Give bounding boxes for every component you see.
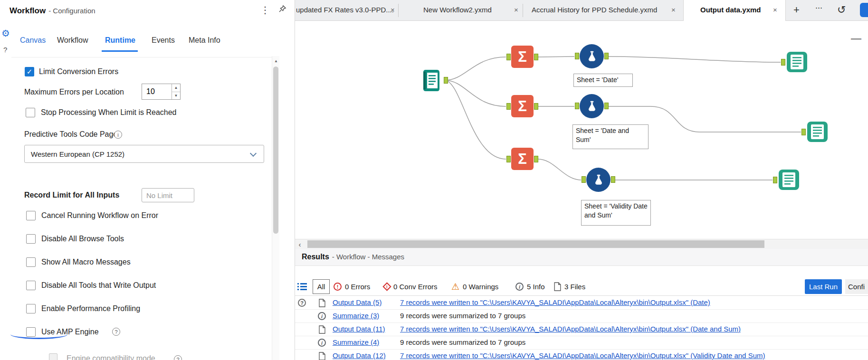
input-data-tool[interactable] bbox=[420, 68, 443, 93]
config-tab-events[interactable]: Events bbox=[152, 36, 175, 45]
disable-write-output-checkbox[interactable] bbox=[26, 281, 36, 290]
annotation-sheet-validity[interactable]: Sheet = 'Validity Date and Sum' bbox=[581, 200, 651, 226]
tool-link[interactable]: Output Data (11) bbox=[333, 325, 385, 333]
output-anchor[interactable] bbox=[604, 53, 609, 59]
config-tab-workflow[interactable]: Workflow bbox=[57, 36, 88, 45]
output-tool-2[interactable] bbox=[806, 121, 829, 143]
filter-all-button[interactable]: All bbox=[313, 279, 330, 294]
config-tab-canvas[interactable]: Canvas bbox=[20, 36, 46, 45]
performance-profiling-checkbox[interactable] bbox=[26, 304, 36, 313]
result-row[interactable]: ? Output Data (5) 7 records were written… bbox=[295, 296, 868, 310]
tool-link[interactable]: Output Data (12) bbox=[333, 351, 386, 360]
summarize-tool-2[interactable]: Σ bbox=[511, 95, 534, 117]
filter-files-button[interactable]: 3 Files bbox=[554, 279, 585, 294]
scroll-left-icon[interactable]: ‹ bbox=[295, 239, 305, 249]
result-row[interactable]: Output Data (11) 7 records were written … bbox=[295, 323, 868, 336]
limit-conversion-errors-checkbox[interactable]: ✓ bbox=[25, 67, 34, 76]
more-tabs-icon[interactable]: ... bbox=[815, 1, 822, 11]
canvas-collapse-icon[interactable]: — bbox=[851, 32, 861, 45]
doc-tab-1-label[interactable]: updated FX Rates v3.0-PPD.... bbox=[296, 6, 394, 14]
input-anchor[interactable] bbox=[801, 129, 806, 135]
kebab-menu-icon[interactable]: ⋮ bbox=[260, 4, 270, 16]
spinner-up-icon[interactable]: ▲ bbox=[172, 84, 180, 92]
pin-icon[interactable] bbox=[278, 5, 286, 16]
message-link[interactable]: 7 records were written to "C:\Users\KAVY… bbox=[400, 351, 765, 360]
history-icon[interactable]: ↺ bbox=[837, 4, 846, 16]
input-anchor[interactable] bbox=[506, 156, 511, 162]
annotation-sheet-date-sum[interactable]: Sheet = 'Date and Sum' bbox=[572, 124, 649, 149]
doc-tab-1-close-icon[interactable]: × bbox=[391, 6, 395, 14]
doc-tab-2-close-icon[interactable]: × bbox=[514, 6, 518, 14]
show-macro-messages-checkbox[interactable] bbox=[26, 257, 36, 267]
input-anchor[interactable] bbox=[506, 54, 511, 60]
tool-link[interactable]: Summarize (3) bbox=[333, 312, 379, 320]
doc-tab-4-close-icon[interactable]: × bbox=[773, 6, 777, 14]
help-icon[interactable]: ? bbox=[3, 46, 7, 54]
output-tool-3[interactable] bbox=[778, 169, 800, 191]
input-anchor[interactable] bbox=[582, 176, 586, 183]
config-scrollbar[interactable]: ▲ bbox=[272, 56, 279, 360]
gear-icon[interactable]: ⚙ bbox=[1, 28, 10, 39]
spinner-down-icon[interactable]: ▼ bbox=[172, 92, 180, 100]
disable-browse-checkbox[interactable] bbox=[26, 234, 36, 244]
config-scrollbar-thumb[interactable] bbox=[273, 66, 278, 234]
tool-link[interactable]: Output Data (5) bbox=[333, 298, 382, 306]
config-tab-runtime[interactable]: Runtime bbox=[105, 36, 135, 45]
code-page-label: Predictive Tools Code Page bbox=[24, 130, 117, 139]
flask-tool-3[interactable] bbox=[586, 168, 610, 192]
doc-tab-2-label[interactable]: New Workflow2.yxmd bbox=[423, 6, 492, 14]
flask-tool-2[interactable] bbox=[580, 94, 604, 118]
messages-list-icon[interactable] bbox=[297, 279, 307, 294]
config-button[interactable]: Confi bbox=[845, 279, 868, 294]
doc-tab-3-label[interactable]: Accrual History for PPD Schedule.yxmd bbox=[532, 6, 657, 14]
record-limit-input[interactable] bbox=[142, 188, 194, 202]
input-anchor[interactable] bbox=[506, 103, 511, 110]
output-anchor[interactable] bbox=[604, 103, 609, 109]
new-tab-icon[interactable]: + bbox=[793, 4, 800, 16]
question-icon[interactable]: ? bbox=[298, 299, 306, 307]
max-errors-label: Maximum Errors per Location bbox=[24, 88, 124, 96]
input-anchor[interactable] bbox=[575, 103, 579, 109]
result-row[interactable]: Output Data (12) 7 records were written … bbox=[295, 350, 868, 360]
amp-help-icon[interactable]: ? bbox=[112, 328, 120, 336]
output-anchor[interactable] bbox=[534, 103, 538, 110]
result-row[interactable]: i Summarize (4) 9 records were summarize… bbox=[295, 336, 868, 350]
result-row[interactable]: i Summarize (3) 9 records were summarize… bbox=[295, 310, 868, 323]
cancel-on-error-checkbox[interactable] bbox=[26, 211, 36, 220]
app-corner-icon[interactable] bbox=[860, 3, 868, 17]
output-anchor[interactable] bbox=[611, 176, 615, 183]
input-anchor[interactable] bbox=[773, 177, 777, 183]
annotation-sheet-date[interactable]: Sheet = 'Date' bbox=[573, 74, 633, 87]
flask-tool-1[interactable] bbox=[580, 44, 604, 68]
filter-errors-button[interactable]: ! 0 Errors bbox=[334, 279, 370, 294]
summarize-tool-1[interactable]: Σ bbox=[511, 46, 534, 68]
output-anchor[interactable] bbox=[534, 54, 538, 60]
workflow-canvas[interactable]: Σ Σ Σ bbox=[295, 21, 868, 239]
flask-icon bbox=[585, 99, 599, 114]
filter-warnings-button[interactable]: ⚠ 0 Warnings bbox=[451, 279, 498, 294]
output-anchor[interactable] bbox=[444, 77, 448, 84]
h-scrollbar-thumb[interactable] bbox=[307, 240, 764, 248]
results-title: Results- Workflow - Messages bbox=[302, 253, 404, 261]
output-tool-1[interactable] bbox=[786, 51, 808, 73]
message-link[interactable]: 7 records were written to "C:\Users\KAVY… bbox=[400, 325, 741, 333]
filter-conv-errors-button[interactable]: ! 0 Conv Errors bbox=[384, 279, 438, 294]
code-page-info-icon[interactable]: i bbox=[114, 131, 122, 139]
summarize-tool-3[interactable]: Σ bbox=[511, 148, 534, 170]
scroll-up-icon[interactable]: ▲ bbox=[272, 57, 280, 65]
filter-info-button[interactable]: i 5 Info bbox=[515, 279, 545, 294]
input-anchor[interactable] bbox=[781, 59, 785, 66]
tool-link[interactable]: Summarize (4) bbox=[333, 338, 379, 346]
canvas-h-scrollbar[interactable]: ‹ bbox=[295, 239, 868, 249]
output-anchor[interactable] bbox=[534, 156, 538, 162]
config-tab-meta-info[interactable]: Meta Info bbox=[189, 36, 220, 45]
stop-processing-checkbox[interactable] bbox=[26, 108, 35, 117]
last-run-button[interactable]: Last Run bbox=[805, 279, 842, 294]
doc-tab-3-close-icon[interactable]: × bbox=[671, 6, 676, 14]
doc-tab-4-label[interactable]: Output data.yxmd bbox=[700, 6, 761, 14]
engine-compat-help-icon[interactable]: ? bbox=[174, 355, 182, 360]
input-anchor[interactable] bbox=[575, 53, 579, 59]
code-page-dropdown[interactable]: Western European (CP 1252) bbox=[24, 145, 264, 163]
message-link[interactable]: 7 records were written to "C:\Users\KAVY… bbox=[400, 298, 710, 306]
max-errors-input[interactable] bbox=[142, 84, 172, 99]
